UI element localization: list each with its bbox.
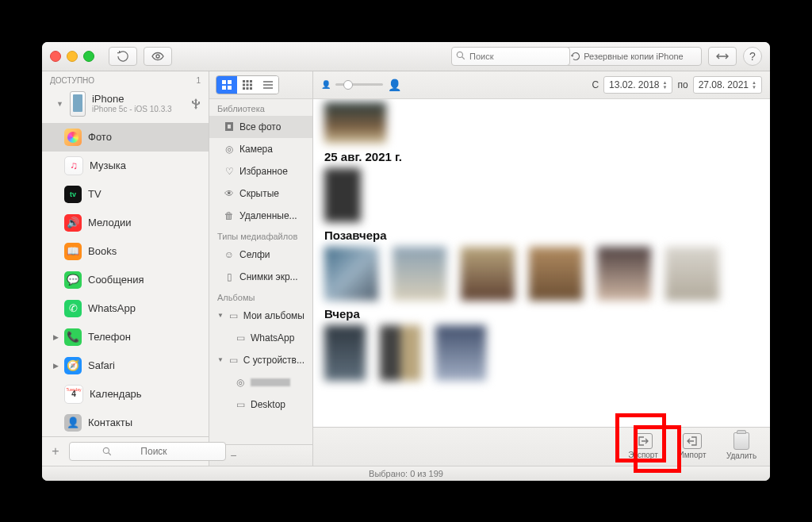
svg-rect-5: [243, 80, 245, 83]
photo-thumbnail[interactable]: [324, 247, 378, 301]
nav-music[interactable]: ♫ Музыка: [42, 152, 209, 180]
calendar-icon: Tuesday4: [64, 385, 83, 404]
tree-from-devices[interactable]: ▼▭С устройств...: [209, 349, 312, 371]
tree-album-whatsapp[interactable]: ▭WhatsApp: [209, 327, 312, 349]
expand-arrow[interactable]: ▶: [53, 333, 59, 341]
expand-arrow[interactable]: ▶: [53, 362, 59, 370]
sidebar-header: ДОСТУПНО: [50, 76, 94, 85]
ringtone-icon: 🔊: [64, 214, 82, 232]
export-button[interactable]: Экспорт: [626, 433, 661, 459]
refresh-button[interactable]: [109, 47, 137, 66]
backups-dropdown[interactable]: Резервные копии iPhone: [553, 47, 702, 66]
photo-thumbnail[interactable]: [324, 325, 366, 381]
sidebar-search-input[interactable]: [69, 442, 226, 461]
nav-label: Фото: [88, 131, 112, 143]
tree-my-albums[interactable]: ▼▭Мои альбомы: [209, 305, 312, 327]
svg-point-0: [156, 55, 159, 58]
window-minimize-button[interactable]: [67, 51, 78, 62]
device-row[interactable]: ▼ iPhone iPhone 5c - iOS 10.3.3: [42, 88, 209, 120]
window-zoom-button[interactable]: [83, 51, 94, 62]
svg-rect-7: [250, 80, 252, 83]
remove-album-button[interactable]: −: [230, 449, 236, 462]
nav-contacts[interactable]: 👤 Контакты: [42, 409, 209, 436]
person-large-icon: 👤: [388, 79, 401, 91]
nav-photos[interactable]: Фото: [42, 123, 209, 152]
nav-messages[interactable]: 💬 Сообщения: [42, 266, 209, 294]
view-small-grid[interactable]: [237, 76, 258, 94]
transfer-button[interactable]: [708, 47, 737, 66]
date-from-label: С: [592, 79, 599, 90]
refresh-icon: [571, 52, 580, 61]
window-close-button[interactable]: [50, 51, 61, 62]
eye-off-icon: 👁: [224, 188, 235, 199]
photo-thumbnail[interactable]: [529, 247, 583, 301]
search-icon: [102, 447, 112, 456]
safari-icon: 🧭: [64, 357, 82, 374]
tree-camera[interactable]: ◎Камера: [209, 138, 312, 160]
date-from-field[interactable]: 13.02. 2018 ▲▼: [603, 76, 672, 94]
disclosure-triangle[interactable]: ▼: [56, 100, 63, 108]
svg-rect-8: [243, 83, 245, 86]
global-search[interactable]: [451, 47, 546, 66]
nav-whatsapp[interactable]: ✆ WhatsApp: [42, 294, 209, 323]
trash-icon: 🗑: [224, 210, 235, 221]
nav-label: WhatsApp: [88, 302, 136, 314]
stack-icon: 🞑: [224, 121, 235, 132]
tree-all-photos[interactable]: 🞑Все фото: [209, 116, 312, 138]
whatsapp-icon: ✆: [64, 300, 82, 317]
nav-calendar[interactable]: Tuesday4 Календарь: [42, 380, 209, 409]
nav-label: Телефон: [88, 331, 131, 343]
help-button[interactable]: ?: [743, 47, 762, 66]
nav-label: Календарь: [90, 388, 142, 400]
nav-phone[interactable]: ▶ 📞 Телефон: [42, 323, 209, 351]
album-icon: ▭: [235, 399, 246, 410]
stepper-icon[interactable]: ▲▼: [663, 80, 668, 90]
nav-ringtones[interactable]: 🔊 Мелодии: [42, 209, 209, 237]
status-bar: Выбрано: 0 из 199: [42, 466, 770, 481]
view-grid[interactable]: [216, 76, 237, 94]
nav-tv[interactable]: tv TV: [42, 180, 209, 209]
backups-label: Резервные копии iPhone: [584, 52, 684, 61]
tree-deleted[interactable]: 🗑Удаленные...: [209, 205, 312, 227]
add-button[interactable]: +: [48, 444, 63, 459]
camera-icon: ◎: [235, 377, 246, 388]
stepper-icon[interactable]: ▲▼: [752, 80, 756, 90]
delete-button[interactable]: Удалить: [724, 432, 759, 460]
tree-album-desktop[interactable]: ▭Desktop: [209, 393, 312, 416]
view-mode-segmented[interactable]: [216, 75, 279, 94]
nav-label: Books: [88, 245, 117, 257]
global-search-input[interactable]: [451, 47, 570, 66]
sidebar-search[interactable]: [69, 442, 202, 461]
tree-selfies[interactable]: ☺Селфи: [209, 244, 312, 266]
photo-thumbnail[interactable]: [324, 168, 361, 222]
nav-safari[interactable]: ▶ 🧭 Safari: [42, 351, 209, 380]
tree-screenshots[interactable]: ▯Снимки экр...: [209, 266, 312, 288]
tree-hidden[interactable]: 👁Скрытые: [209, 182, 312, 205]
photo-thumbnail[interactable]: [324, 102, 386, 144]
thumbnail-size-slider[interactable]: 👤 👤: [321, 79, 401, 91]
contacts-icon: 👤: [64, 414, 82, 432]
preview-button[interactable]: [144, 47, 172, 66]
svg-rect-3: [222, 86, 226, 90]
date-to-field[interactable]: 27.08. 2021 ▲▼: [693, 76, 762, 94]
svg-rect-6: [247, 80, 249, 83]
phone-icon: 📞: [64, 328, 82, 346]
photos-icon: [64, 129, 82, 146]
photo-thumbnail[interactable]: [665, 247, 719, 301]
photo-thumbnail[interactable]: [393, 247, 446, 301]
section-title: 25 авг. 2021 г.: [324, 150, 759, 163]
nav-books[interactable]: 📖 Books: [42, 237, 209, 266]
folder-icon: ▭: [228, 355, 239, 366]
photo-thumbnail[interactable]: [597, 247, 651, 301]
view-list[interactable]: [258, 76, 278, 94]
nav-label: Safari: [88, 359, 115, 371]
nav-label: Музыка: [90, 159, 126, 171]
import-button[interactable]: Импорт: [675, 433, 710, 459]
export-icon: [634, 433, 653, 449]
photo-thumbnail[interactable]: [461, 247, 515, 301]
tree-album-redacted[interactable]: ◎: [209, 371, 312, 393]
photo-thumbnail[interactable]: [380, 325, 421, 381]
tree-favorites[interactable]: ♡Избранное: [209, 160, 312, 182]
tv-icon: tv: [64, 186, 82, 203]
photo-thumbnail[interactable]: [435, 325, 486, 381]
